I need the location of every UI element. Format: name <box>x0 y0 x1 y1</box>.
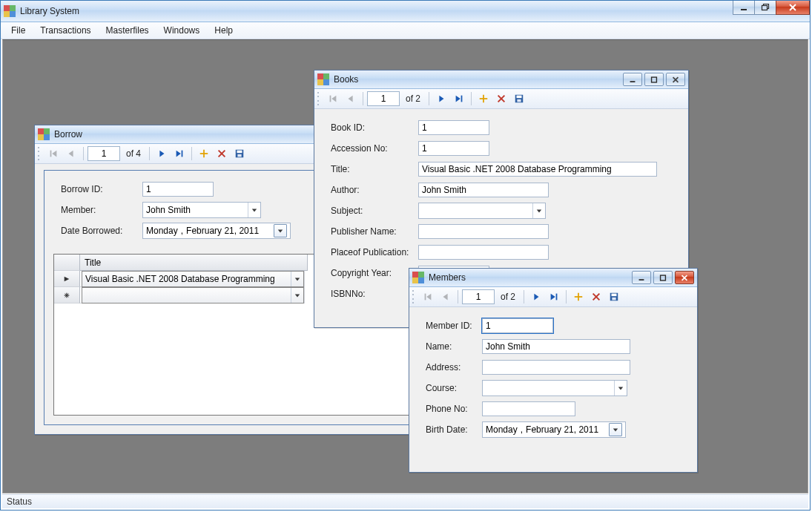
nav-next-button[interactable] <box>433 91 449 106</box>
calendar-icon[interactable] <box>609 423 622 436</box>
grid-cell-value: Visual Basic .NET 2008 Database Programm… <box>85 274 275 284</box>
menu-windows[interactable]: Windows <box>156 24 208 37</box>
nav-delete-button[interactable] <box>214 146 230 161</box>
books-title: Books <box>334 74 358 85</box>
menu-masterfiles[interactable]: Masterfiles <box>99 24 156 37</box>
separator <box>191 147 192 160</box>
borrow-member-combo[interactable]: John Smith <box>142 202 261 218</box>
grid-new-row-indicator[interactable] <box>54 287 80 303</box>
nav-last-button[interactable] <box>171 146 188 161</box>
name-label: Name: <box>426 341 482 352</box>
publisher-label: Publisher Name: <box>331 226 418 237</box>
nav-prev-button[interactable] <box>63 146 79 161</box>
chevron-down-icon <box>248 203 260 217</box>
members-window[interactable]: Members of 2 <box>409 268 698 473</box>
main-title: Library System <box>20 6 79 16</box>
accession-label: Accession No: <box>331 143 418 154</box>
separator <box>149 147 150 160</box>
main-window: Library System File Transactions Masterf… <box>0 0 811 511</box>
nav-count-label: of 2 <box>496 292 520 302</box>
grid-header-title[interactable]: Title <box>80 255 308 271</box>
title-input[interactable] <box>418 162 657 177</box>
borrow-id-input[interactable] <box>142 182 214 197</box>
nav-save-button[interactable] <box>511 91 527 106</box>
book-id-label: Book ID: <box>331 122 418 133</box>
books-close-button[interactable] <box>666 73 685 86</box>
chevron-down-icon <box>291 288 303 303</box>
date-rest: February 21, 2011 <box>526 424 598 435</box>
book-id-input[interactable] <box>418 120 489 135</box>
nav-add-button[interactable] <box>196 146 212 161</box>
members-maximize-button[interactable] <box>653 271 673 284</box>
borrow-date-label: Date Borrowed: <box>61 226 142 236</box>
toolbar-grip <box>412 290 415 303</box>
grid-cell-title-combo[interactable]: Visual Basic .NET 2008 Database Programm… <box>82 271 304 287</box>
place-input[interactable] <box>418 245 549 260</box>
menu-transactions[interactable]: Transactions <box>33 24 98 37</box>
birth-date-picker[interactable]: Monday , February 21, 2011 <box>482 421 626 438</box>
nav-prev-button[interactable] <box>343 91 359 106</box>
publisher-input[interactable] <box>418 224 549 239</box>
members-titlebar[interactable]: Members <box>409 269 697 287</box>
nav-last-button[interactable] <box>451 91 467 106</box>
member-id-label: Member ID: <box>426 321 482 331</box>
nav-first-button[interactable] <box>420 289 436 304</box>
phone-input[interactable] <box>482 401 575 416</box>
nav-prev-button[interactable] <box>438 289 454 304</box>
isbn-label: ISBNNo: <box>331 289 418 299</box>
nav-position-input[interactable] <box>367 91 400 106</box>
author-input[interactable] <box>418 183 549 197</box>
course-combo[interactable] <box>482 380 627 396</box>
mdi-client-area: Borrow of 4 Borrow ID: <box>2 39 808 493</box>
nav-last-button[interactable] <box>546 289 562 304</box>
name-input[interactable] <box>482 339 630 354</box>
nav-first-button[interactable] <box>325 91 341 106</box>
books-minimize-button[interactable] <box>623 73 642 86</box>
address-label: Address: <box>426 362 482 372</box>
course-label: Course: <box>426 383 482 393</box>
nav-save-button[interactable] <box>606 289 622 304</box>
place-label: Placeof Publication: <box>331 247 418 257</box>
date-weekday: Monday <box>146 226 178 236</box>
form-icon <box>412 272 424 283</box>
separator <box>524 290 524 303</box>
date-weekday: Monday <box>486 424 518 435</box>
subject-combo[interactable] <box>418 203 546 219</box>
nav-next-button[interactable] <box>154 146 170 161</box>
nav-add-button[interactable] <box>475 91 492 106</box>
menu-file[interactable]: File <box>4 24 33 37</box>
chevron-down-icon <box>614 381 627 396</box>
nav-delete-button[interactable] <box>588 289 604 304</box>
main-close-button[interactable] <box>776 1 810 15</box>
separator <box>429 92 429 105</box>
separator <box>458 290 458 303</box>
nav-add-button[interactable] <box>570 289 587 304</box>
app-icon <box>4 5 16 17</box>
nav-position-input[interactable] <box>88 146 120 161</box>
accession-input[interactable] <box>418 141 489 156</box>
title-label: Title: <box>331 164 418 174</box>
books-maximize-button[interactable] <box>644 73 664 86</box>
nav-first-button[interactable] <box>45 146 62 161</box>
grid-corner[interactable] <box>54 255 80 271</box>
nav-save-button[interactable] <box>231 146 248 161</box>
grid-row-indicator[interactable] <box>54 271 80 287</box>
calendar-icon[interactable] <box>274 224 287 237</box>
main-maximize-button[interactable] <box>754 1 776 15</box>
copyright-label: Copyright Year: <box>331 268 418 278</box>
nav-next-button[interactable] <box>528 289 544 304</box>
nav-delete-button[interactable] <box>493 91 509 106</box>
borrow-date-picker[interactable]: Monday , February 21, 2011 <box>142 223 291 239</box>
main-titlebar[interactable]: Library System <box>1 1 810 22</box>
author-label: Author: <box>331 185 418 195</box>
address-input[interactable] <box>482 360 630 375</box>
members-close-button[interactable] <box>675 271 694 284</box>
nav-position-input[interactable] <box>462 289 495 304</box>
grid-new-cell-combo[interactable] <box>82 287 304 303</box>
menu-help[interactable]: Help <box>207 24 240 37</box>
chevron-down-icon <box>291 272 303 286</box>
main-minimize-button[interactable] <box>733 1 755 15</box>
members-minimize-button[interactable] <box>632 271 651 284</box>
books-titlebar[interactable]: Books <box>314 70 688 89</box>
member-id-input[interactable] <box>482 318 553 333</box>
